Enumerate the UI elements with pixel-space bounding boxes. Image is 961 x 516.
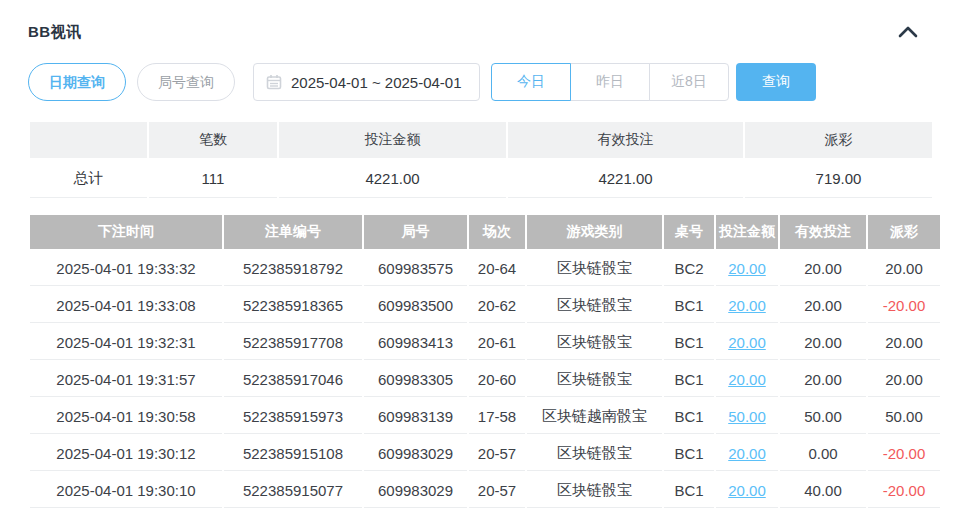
- detail-header-round: 局号: [364, 215, 467, 249]
- cell-round: 609983413: [364, 325, 467, 360]
- table-row: 2025-04-01 19:33:32 522385918792 6099835…: [30, 251, 940, 286]
- detail-header-payout: 派彩: [868, 215, 940, 249]
- cell-round: 609983029: [364, 436, 467, 471]
- detail-header-bet-id: 注单编号: [224, 215, 362, 249]
- panel-title: BB视讯: [28, 23, 82, 42]
- summary-total-label: 总计: [30, 160, 147, 198]
- bb-video-panel: BB视讯 日期查询 局号查询 2025-04-01 ~ 2025-04-01: [0, 0, 922, 510]
- cell-valid-bet: 40.00: [780, 473, 866, 508]
- detail-header-bet-amount: 投注金额: [716, 215, 778, 249]
- cell-game-type: 区块链骰宝: [527, 288, 662, 323]
- cell-table-no: BC1: [664, 399, 714, 434]
- table-row: 2025-04-01 19:31:57 522385917046 6099833…: [30, 362, 940, 397]
- detail-header-time: 下注时间: [30, 215, 222, 249]
- summary-header-bet-amount: 投注金额: [279, 122, 506, 158]
- cell-session: 20-57: [469, 473, 525, 508]
- quick-button-today[interactable]: 今日: [491, 63, 571, 101]
- cell-session: 20-62: [469, 288, 525, 323]
- summary-header-valid-bet: 有效投注: [508, 122, 743, 158]
- summary-header-count: 笔数: [149, 122, 277, 158]
- cell-table-no: BC1: [664, 325, 714, 360]
- cell-game-type: 区块链骰宝: [527, 436, 662, 471]
- bet-amount-link[interactable]: 50.00: [728, 408, 766, 425]
- cell-table-no: BC1: [664, 288, 714, 323]
- detail-header-row: 下注时间 注单编号 局号 场次 游戏类别 桌号 投注金额 有效投注 派彩: [30, 215, 940, 249]
- chevron-up-icon: [897, 25, 919, 39]
- query-toolbar: 日期查询 局号查询 2025-04-01 ~ 2025-04-01 今日 昨日 …: [28, 63, 922, 101]
- cell-game-type: 区块链骰宝: [527, 251, 662, 286]
- cell-bet-amount: 20.00: [716, 362, 778, 397]
- cell-bet-time: 2025-04-01 19:33:08: [30, 288, 222, 323]
- summary-total-row: 总计 111 4221.00 4221.00 719.00: [30, 160, 932, 198]
- cell-bet-time: 2025-04-01 19:33:32: [30, 251, 222, 286]
- bet-amount-link[interactable]: 20.00: [728, 482, 766, 499]
- summary-total-valid-bet: 4221.00: [508, 160, 743, 198]
- cell-bet-amount: 20.00: [716, 288, 778, 323]
- cell-round: 609983500: [364, 288, 467, 323]
- detail-header-table-no: 桌号: [664, 215, 714, 249]
- cell-payout: 20.00: [868, 251, 940, 286]
- quick-button-yesterday[interactable]: 昨日: [570, 63, 650, 101]
- detail-table-body: 2025-04-01 19:33:32 522385918792 6099835…: [30, 251, 940, 508]
- table-row: 2025-04-01 19:33:08 522385918365 6099835…: [30, 288, 940, 323]
- summary-total-payout: 719.00: [745, 160, 932, 198]
- cell-session: 20-60: [469, 362, 525, 397]
- bet-amount-link[interactable]: 20.00: [728, 445, 766, 462]
- cell-bet-amount: 20.00: [716, 436, 778, 471]
- cell-bet-id: 522385918365: [224, 288, 362, 323]
- panel-header: BB视讯: [28, 22, 922, 42]
- cell-valid-bet: 0.00: [780, 436, 866, 471]
- cell-table-no: BC1: [664, 362, 714, 397]
- bet-amount-link[interactable]: 20.00: [728, 260, 766, 277]
- cell-table-no: BC1: [664, 436, 714, 471]
- detail-table: 下注时间 注单编号 局号 场次 游戏类别 桌号 投注金额 有效投注 派彩 202…: [28, 213, 942, 510]
- cell-bet-id: 522385917708: [224, 325, 362, 360]
- detail-header-valid-bet: 有效投注: [780, 215, 866, 249]
- cell-bet-time: 2025-04-01 19:32:31: [30, 325, 222, 360]
- quick-button-last8days[interactable]: 近8日: [649, 63, 729, 101]
- bet-amount-link[interactable]: 20.00: [728, 334, 766, 351]
- cell-session: 20-57: [469, 436, 525, 471]
- cell-payout: 50.00: [868, 399, 940, 434]
- cell-bet-id: 522385917046: [224, 362, 362, 397]
- cell-valid-bet: 20.00: [780, 362, 866, 397]
- cell-payout: -20.00: [868, 473, 940, 508]
- summary-header-empty: [30, 122, 147, 158]
- summary-header-row: 笔数 投注金额 有效投注 派彩: [30, 122, 932, 158]
- table-row: 2025-04-01 19:30:10 522385915077 6099830…: [30, 473, 940, 508]
- cell-bet-time: 2025-04-01 19:30:58: [30, 399, 222, 434]
- cell-table-no: BC1: [664, 473, 714, 508]
- cell-round: 609983575: [364, 251, 467, 286]
- summary-total-count: 111: [149, 160, 277, 198]
- date-range-picker[interactable]: 2025-04-01 ~ 2025-04-01: [253, 63, 480, 101]
- tab-round-query[interactable]: 局号查询: [137, 63, 235, 101]
- collapse-panel-button[interactable]: [897, 22, 919, 42]
- table-row: 2025-04-01 19:32:31 522385917708 6099834…: [30, 325, 940, 360]
- cell-session: 20-64: [469, 251, 525, 286]
- summary-header-payout: 派彩: [745, 122, 932, 158]
- detail-header-game: 游戏类别: [527, 215, 662, 249]
- quick-range-group: 今日 昨日 近8日: [491, 63, 729, 101]
- bet-amount-link[interactable]: 20.00: [728, 371, 766, 388]
- cell-bet-time: 2025-04-01 19:30:10: [30, 473, 222, 508]
- cell-valid-bet: 50.00: [780, 399, 866, 434]
- cell-payout: -20.00: [868, 288, 940, 323]
- cell-bet-id: 522385915108: [224, 436, 362, 471]
- cell-payout: -20.00: [868, 436, 940, 471]
- cell-bet-time: 2025-04-01 19:31:57: [30, 362, 222, 397]
- cell-bet-time: 2025-04-01 19:30:12: [30, 436, 222, 471]
- tab-date-query[interactable]: 日期查询: [28, 63, 126, 101]
- cell-bet-amount: 50.00: [716, 399, 778, 434]
- cell-payout: 20.00: [868, 325, 940, 360]
- cell-bet-id: 522385915973: [224, 399, 362, 434]
- cell-session: 17-58: [469, 399, 525, 434]
- cell-payout: 20.00: [868, 362, 940, 397]
- cell-round: 609983139: [364, 399, 467, 434]
- detail-header-session: 场次: [469, 215, 525, 249]
- date-range-value: 2025-04-01 ~ 2025-04-01: [291, 74, 462, 91]
- summary-table: 笔数 投注金额 有效投注 派彩 总计 111 4221.00 4221.00 7…: [28, 120, 934, 200]
- cell-valid-bet: 20.00: [780, 288, 866, 323]
- search-button[interactable]: 查询: [736, 63, 816, 101]
- cell-table-no: BC2: [664, 251, 714, 286]
- bet-amount-link[interactable]: 20.00: [728, 297, 766, 314]
